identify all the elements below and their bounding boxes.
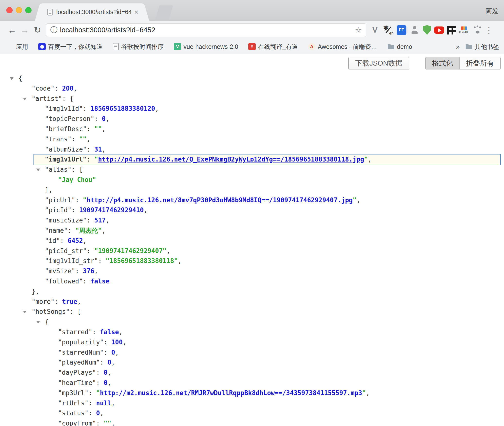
format-button[interactable]: 格式化 bbox=[426, 57, 459, 69]
json-token: : bbox=[62, 95, 70, 102]
collapse-toggle-icon[interactable] bbox=[36, 169, 40, 171]
maximize-window-button[interactable] bbox=[25, 7, 32, 13]
reload-icon[interactable]: ↻ bbox=[31, 25, 44, 35]
json-token: , bbox=[77, 298, 81, 305]
json-url-link[interactable]: http://p4.music.126.net/Q_ExePNkmgB2yWyL… bbox=[98, 156, 364, 163]
apps-favicon bbox=[6, 43, 14, 50]
json-token: "topicPerson" bbox=[45, 115, 94, 122]
json-token: : bbox=[92, 328, 100, 336]
json-token: , bbox=[356, 196, 360, 204]
bookmark-item[interactable]: demo bbox=[387, 43, 412, 50]
json-token: 376 bbox=[83, 267, 94, 275]
address-bar[interactable]: ⓘ localhost:3000/artists?id=6452 ☆ bbox=[46, 23, 366, 37]
minimize-window-button[interactable] bbox=[16, 7, 22, 13]
profile-name[interactable]: 阿发 bbox=[486, 7, 499, 16]
tab-close-icon[interactable]: × bbox=[134, 8, 138, 16]
json-token: false bbox=[100, 328, 119, 336]
forward-icon[interactable]: → bbox=[18, 25, 31, 35]
json-token: , bbox=[178, 257, 182, 264]
json-url-link[interactable]: http://m2.music.126.net/RMJR7wDullRqppBk… bbox=[100, 389, 362, 397]
json-token: 0 bbox=[108, 359, 111, 366]
json-token: : bbox=[87, 125, 94, 133]
player-icon[interactable]: PLAYER bbox=[458, 25, 469, 35]
json-line: "popularity": 100, bbox=[0, 337, 504, 348]
collapse-toggle-icon[interactable] bbox=[23, 311, 27, 313]
person-icon[interactable] bbox=[409, 25, 420, 35]
json-token: , bbox=[102, 227, 106, 234]
json-token: : bbox=[75, 267, 83, 275]
json-token: , bbox=[366, 389, 370, 397]
json-token: "playedNum" bbox=[58, 359, 100, 366]
translate-icon-subtext: en bbox=[389, 31, 394, 35]
bookmark-star-icon[interactable]: ☆ bbox=[355, 26, 362, 35]
json-token: , bbox=[108, 379, 111, 386]
other-bookmarks-button[interactable]: 其他书签 bbox=[465, 43, 499, 51]
json-token: "picId_str" bbox=[45, 247, 87, 255]
bookmark-item[interactable]: Y在线翻译_有道 bbox=[248, 43, 298, 51]
json-token: , bbox=[119, 328, 123, 336]
bookmarks-right: » 其他书签 bbox=[456, 43, 499, 51]
youtube-icon[interactable] bbox=[434, 26, 444, 34]
json-token: " bbox=[94, 156, 98, 163]
json-token: : bbox=[68, 227, 75, 234]
page-info-icon[interactable]: ⓘ bbox=[50, 25, 58, 35]
browser-menu-icon[interactable]: ⋮ bbox=[485, 25, 492, 35]
bookmark-label: demo bbox=[397, 43, 412, 50]
page-content: 下载JSON数据 格式化 折叠所有 {"code": 200,"artist":… bbox=[0, 54, 504, 426]
traffic-lights bbox=[6, 7, 32, 13]
collapse-toggle-icon[interactable] bbox=[10, 77, 14, 80]
bookmark-item[interactable]: 谷歌按时间排序 bbox=[113, 43, 164, 51]
collapse-all-button[interactable]: 折叠所有 bbox=[459, 57, 500, 69]
json-token: "18569651883380118" bbox=[106, 257, 178, 264]
json-token: : bbox=[87, 247, 94, 255]
json-token: "status" bbox=[58, 409, 88, 417]
close-window-button[interactable] bbox=[6, 7, 13, 13]
bookmarks-overflow-icon[interactable]: » bbox=[456, 43, 460, 51]
collapse-toggle-icon[interactable] bbox=[36, 321, 40, 324]
translate-icon-glyph: 英 bbox=[384, 25, 388, 31]
json-line: "followed": false bbox=[0, 276, 504, 287]
json-token: "周杰伦" bbox=[75, 227, 102, 234]
json-line: "more": true, bbox=[0, 297, 504, 307]
json-line: "starredNum": 0, bbox=[0, 348, 504, 358]
json-token: , bbox=[115, 349, 119, 356]
json-token: : bbox=[71, 136, 79, 143]
vimium-icon[interactable]: V bbox=[370, 25, 380, 35]
browser-tab[interactable]: localhost:3000/artists?id=645 × bbox=[41, 3, 143, 21]
bookmark-item[interactable]: 应用 bbox=[6, 43, 28, 51]
baidu-favicon bbox=[38, 43, 46, 50]
json-url-link[interactable]: http://p4.music.126.net/8mv7qP30Pd3oHW8b… bbox=[87, 196, 353, 204]
json-token: : bbox=[88, 400, 96, 407]
paw-icon[interactable] bbox=[472, 25, 483, 35]
json-token: "mvSize" bbox=[45, 267, 75, 275]
json-token: : bbox=[104, 349, 111, 356]
fehelper-icon[interactable]: FE bbox=[397, 25, 406, 35]
json-token: "followed" bbox=[45, 278, 83, 285]
url-text[interactable]: localhost:3000/artists?id=6452 bbox=[60, 26, 155, 34]
json-line: "trans": "", bbox=[0, 134, 504, 145]
bookmark-item[interactable]: Vvue-hackernews-2.0 bbox=[174, 43, 238, 50]
json-line: "img1v1Id": 18569651883380120, bbox=[0, 104, 504, 114]
json-token: "" bbox=[79, 136, 87, 143]
json-token: , bbox=[111, 400, 115, 407]
json-token: "Jay Chou" bbox=[58, 176, 96, 183]
json-token: true bbox=[62, 298, 77, 305]
other-bookmarks-label: 其他书签 bbox=[475, 43, 499, 51]
download-json-button[interactable]: 下载JSON数据 bbox=[348, 57, 409, 69]
new-tab-button[interactable] bbox=[155, 5, 173, 20]
qrcode-icon[interactable] bbox=[447, 26, 456, 34]
translate-icon[interactable]: 英en bbox=[383, 25, 394, 35]
json-token: { bbox=[18, 75, 22, 82]
back-icon[interactable]: ← bbox=[6, 25, 18, 35]
bookmark-item[interactable]: 百度一下，你就知道 bbox=[38, 43, 103, 51]
json-line: "Jay Chou" bbox=[0, 175, 504, 185]
bookmark-label: 百度一下，你就知道 bbox=[48, 43, 103, 51]
json-view: {"code": 200,"artist": {"img1v1Id": 1856… bbox=[0, 73, 504, 426]
bookmark-item[interactable]: AAwesomes - 前端资… bbox=[308, 43, 377, 51]
json-line: "name": "周杰伦", bbox=[0, 226, 504, 236]
collapse-toggle-icon[interactable] bbox=[23, 98, 27, 100]
shield-icon[interactable] bbox=[423, 25, 431, 35]
json-line: { bbox=[0, 73, 504, 84]
json-token: " bbox=[362, 389, 366, 397]
json-token: , bbox=[94, 267, 98, 275]
